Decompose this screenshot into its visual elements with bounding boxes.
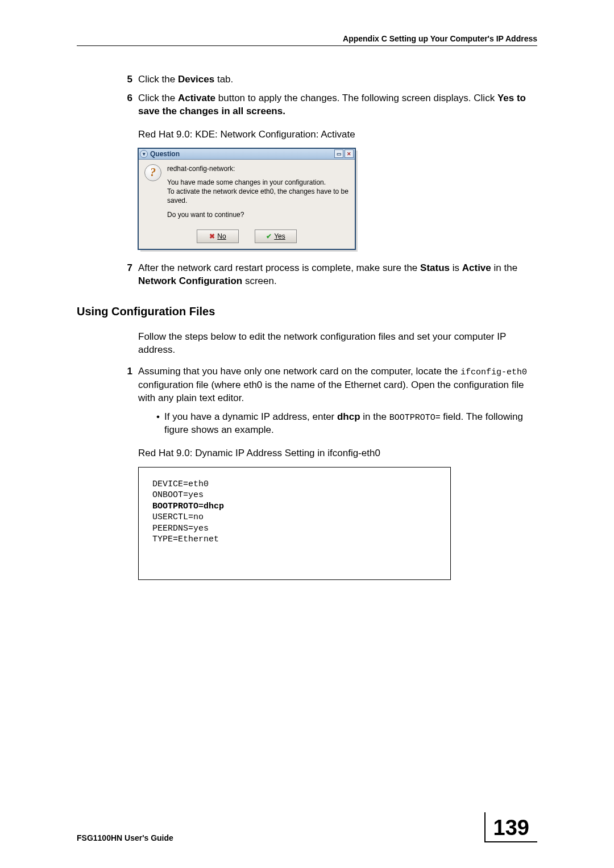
intro-text: Follow the steps below to edit the netwo…	[138, 331, 537, 357]
text: To activate the network device eth0, the…	[167, 187, 349, 205]
check-icon: ✔	[266, 232, 272, 241]
no-button[interactable]: ✖No	[197, 229, 239, 243]
text: in the	[360, 411, 389, 422]
text: Do you want to continue?	[167, 210, 349, 219]
text: If you have a dynamic IP address, enter	[164, 411, 337, 422]
dialog-message: redhat-config-network: You have made som…	[167, 164, 349, 224]
text-bold: Devices	[178, 74, 214, 85]
text-bold: Status	[420, 262, 450, 273]
question-icon: ?	[144, 164, 161, 181]
text: configuration file (where eth0 is the na…	[138, 379, 524, 403]
dialog-title: Question	[150, 149, 333, 158]
mono-text: ifconfig-eth0	[460, 368, 527, 377]
figure-caption: Red Hat 9.0: KDE: Network Configuration:…	[138, 128, 537, 141]
step-number: 5	[117, 73, 138, 86]
step-number: 6	[117, 92, 138, 118]
page-number: 139	[484, 812, 537, 842]
substep-1: 1 Assuming that you have only one networ…	[117, 365, 537, 404]
text: Click the	[138, 74, 178, 85]
text: You have made some changes in your confi…	[167, 178, 326, 186]
code-line: PEERDNS=yes	[152, 523, 437, 535]
header-appendix: Appendix C Setting up Your Computer's IP…	[77, 34, 537, 46]
text-bold: Active	[462, 262, 491, 273]
dialog-titlebar: ▾ Question ▭ ✕	[139, 149, 355, 160]
text: is	[450, 262, 462, 273]
window-menu-icon[interactable]: ▾	[140, 150, 148, 158]
code-box: DEVICE=eth0 ONBOOT=yes BOOTPROTO=dhcp US…	[138, 467, 451, 580]
step-number: 7	[117, 262, 138, 288]
code-line: ONBOOT=yes	[152, 490, 437, 501]
text-bold: dhcp	[337, 411, 360, 422]
code-line: DEVICE=eth0	[152, 479, 437, 490]
text: Click the	[138, 93, 178, 103]
figure-caption: Red Hat 9.0: Dynamic IP Address Setting …	[138, 447, 537, 460]
text: button to apply the changes. The followi…	[215, 93, 497, 103]
text: redhat-config-network:	[167, 164, 349, 173]
text-bold: Activate	[178, 93, 215, 103]
text: After the network card restart process i…	[138, 262, 420, 273]
minimize-button[interactable]: ▭	[334, 149, 343, 158]
section-title: Using Configuration Files	[77, 304, 537, 319]
button-label: Yes	[274, 232, 285, 241]
text-bold: Network Configuration	[138, 276, 242, 286]
button-label: No	[217, 232, 226, 241]
bullet-item: • If you have a dynamic IP address, ente…	[156, 411, 537, 437]
yes-button[interactable]: ✔Yes	[255, 229, 297, 243]
text: Assuming that you have only one network …	[138, 366, 460, 377]
code-line-bold: BOOTPROTO=dhcp	[152, 501, 437, 512]
bullet-dot: •	[156, 411, 164, 437]
step-7: 7 After the network card restart process…	[117, 262, 537, 288]
text: in the	[491, 262, 517, 273]
text: screen.	[242, 276, 276, 286]
code-line: USERCTL=no	[152, 512, 437, 523]
dialog-question: ▾ Question ▭ ✕ ? redhat-config-network: …	[138, 148, 537, 249]
code-line: TYPE=Ethernet	[152, 534, 437, 545]
step-6: 6 Click the Activate button to apply the…	[117, 92, 537, 118]
mono-text: BOOTPROTO=	[389, 413, 441, 423]
step-number: 1	[117, 365, 138, 404]
x-icon: ✖	[209, 232, 215, 241]
close-button[interactable]: ✕	[345, 149, 354, 158]
step-5: 5 Click the Devices tab.	[117, 73, 537, 86]
text: tab.	[214, 74, 233, 85]
footer-guide: FSG1100HN User's Guide	[77, 833, 173, 842]
